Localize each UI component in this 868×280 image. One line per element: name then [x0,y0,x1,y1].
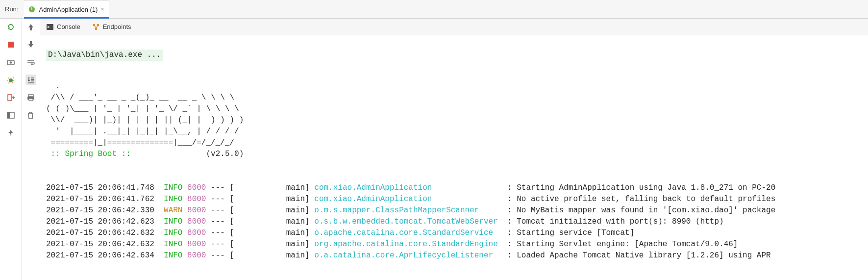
log-line: 2021-07-15 20:06:42.632 INFO 8000 --- [ … [46,228,868,239]
run-toolbar [0,19,22,280]
svg-rect-8 [28,95,33,97]
pin-button[interactable] [5,127,16,138]
run-label: Run: [0,5,24,13]
close-icon[interactable]: × [100,6,104,13]
tool-tabs: Console Endpoints [40,19,868,35]
spring-label: :: Spring Boot :: [46,150,135,158]
log-line: 2021-07-15 20:06:42.623 INFO 8000 --- [ … [46,216,868,228]
main-panel: Console Endpoints D:\Java\bin\java.exe .… [40,19,868,280]
spring-banner: . ____ _ __ _ _ /\\ / ___'_ __ _ _(_)_ _… [46,81,868,160]
stop-button[interactable] [5,39,16,50]
svg-rect-7 [7,112,10,118]
tab-console-label: Console [57,23,80,30]
banner-line: . ____ _ __ _ _ [46,82,229,91]
banner-line: ( ( )\___ | '_ | '_| | '_ \/ _` | \ \ \ … [46,104,239,113]
dump-threads-button[interactable] [5,57,16,68]
console-toolbar [22,19,40,280]
run-config-tab[interactable]: AdminApplication (1) × [24,0,109,18]
log-line: 2021-07-15 20:06:42.330 WARN 8000 --- [ … [46,205,868,216]
endpoints-icon [92,23,100,31]
log-line: 2021-07-15 20:06:41.762 INFO 8000 --- [ … [46,194,868,205]
svg-point-13 [97,24,99,26]
rerun-button[interactable] [5,22,16,32]
log-line: 2021-07-15 20:06:41.748 INFO 8000 --- [ … [46,182,868,194]
svg-point-3 [9,61,11,63]
tab-console[interactable]: Console [46,23,80,30]
tab-endpoints[interactable]: Endpoints [92,23,131,31]
log-line: 2021-07-15 20:06:42.632 INFO 8000 --- [ … [46,239,868,250]
banner-line: /\\ / ___'_ __ _ _(_)_ __ __ _ \ \ \ \ [46,93,234,102]
command-line: D:\Java\bin\java.exe ... [46,50,163,61]
print-button[interactable] [25,92,36,103]
layout-button[interactable] [5,110,16,121]
up-stack-button[interactable] [25,22,36,32]
log-lines: 2021-07-15 20:06:41.748 INFO 8000 --- [ … [46,171,868,261]
svg-rect-1 [8,42,14,48]
log-line: 2021-07-15 20:06:42.634 INFO 8000 --- [ … [46,250,868,261]
tab-endpoints-label: Endpoints [103,23,131,30]
run-config-title: AdminApplication (1) [39,6,98,13]
console-icon [46,24,54,30]
clear-all-button[interactable] [25,110,36,121]
banner-line: \\/ ___)| |_)| | | | | || (_| | ) ) ) ) [46,116,244,125]
exit-button[interactable] [5,92,16,103]
svg-rect-11 [47,24,53,30]
down-stack-button[interactable] [25,39,36,50]
spring-boot-icon [28,5,36,13]
svg-point-12 [93,24,95,26]
console-output[interactable]: D:\Java\bin\java.exe ... . ____ _ __ _ _… [40,35,868,280]
soft-wrap-button[interactable] [25,57,36,68]
run-header: Run: AdminApplication (1) × [0,0,868,19]
svg-point-4 [9,78,13,82]
svg-rect-10 [29,99,33,101]
spring-version: (v2.5.0) [206,150,244,158]
scroll-to-end-button[interactable] [25,75,36,85]
body: Console Endpoints D:\Java\bin\java.exe .… [0,19,868,280]
banner-line: ' |____| .__|_| |_|_| |_\__, | / / / / [46,127,239,136]
svg-point-14 [95,27,97,30]
banner-line: =========|_|==============|___/=/_/_/_/ [46,138,234,147]
debug-button[interactable] [5,75,16,85]
